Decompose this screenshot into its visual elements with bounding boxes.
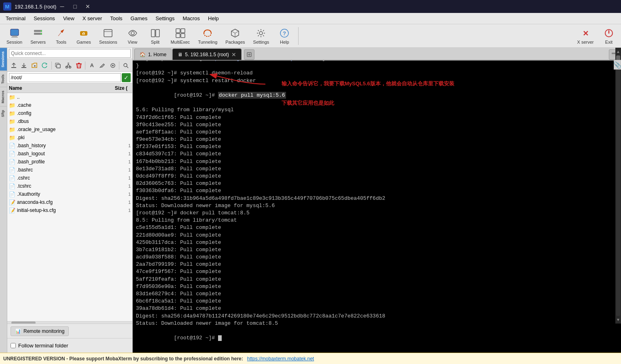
ft-cut-btn[interactable] xyxy=(64,61,73,70)
term-line: 3b7ca19181b2: Pull complete xyxy=(136,246,618,254)
servers-icon xyxy=(32,28,44,39)
term-line: f9ee573e34cb: Pull complete xyxy=(136,136,618,143)
terminal[interactable]: "registry-mirrors": ["https://9njzw80l.m… xyxy=(133,61,621,353)
toolbar-multiexec[interactable]: MultiExec xyxy=(167,26,193,46)
status-bar: UNREGISTERED VERSION - Please support Mo… xyxy=(0,353,621,364)
follow-terminal-checkbox[interactable] xyxy=(11,343,16,348)
list-item[interactable]: 📄 .Xauthority 1 xyxy=(7,190,132,198)
toolbar-xserver[interactable]: ✕ X server xyxy=(573,26,598,46)
toolbar-tunneling[interactable]: Tunneling xyxy=(195,26,220,46)
col-name-header: Name xyxy=(9,85,106,91)
list-item[interactable]: 📁 .cache xyxy=(7,101,132,109)
toolbar-session[interactable]: Session xyxy=(3,26,25,46)
file-name: .tcshrc xyxy=(17,183,123,189)
list-item[interactable]: 📄 .bash_profile 1 xyxy=(7,158,132,166)
toolbar-sessions[interactable]: Sessions xyxy=(96,26,121,46)
tab-close-button[interactable]: ✕ xyxy=(231,51,236,58)
list-item[interactable]: 📝 initial-setup-ks.cfg 1 xyxy=(7,206,132,214)
list-item[interactable]: 📁 .pki xyxy=(7,133,132,142)
list-item[interactable]: 📁 .dbus xyxy=(7,117,132,125)
toolbar: Session Servers Tools Games Sessions xyxy=(0,24,621,48)
term-line: 6bc6f18ca5a1: Pull complete xyxy=(136,298,618,305)
ft-rename-btn[interactable]: A xyxy=(87,61,97,70)
minimize-button[interactable]: ─ xyxy=(56,2,68,11)
close-button[interactable]: ✕ xyxy=(82,2,93,11)
tab-home[interactable]: 🏠 1. Home xyxy=(134,49,172,60)
term-line: 8e13de731ad8: Pull complete xyxy=(136,165,618,173)
list-item[interactable]: 📄 .bash_history 1 xyxy=(7,142,132,150)
app-icon: M xyxy=(3,2,11,11)
ssh-tab-icon: 🖥 xyxy=(178,52,182,57)
toolbar-packages[interactable]: Packages xyxy=(222,26,248,46)
clip-icon[interactable]: 📎 xyxy=(614,60,621,70)
menu-help[interactable]: Help xyxy=(204,14,223,23)
list-item[interactable]: 📄 .tcshrc 1 xyxy=(7,182,132,190)
file-size: 1 xyxy=(123,176,131,180)
path-input[interactable] xyxy=(9,73,121,82)
file-panel: A ✓ Name Size ( xyxy=(7,48,133,353)
ft-view-btn[interactable] xyxy=(108,61,118,70)
toolbar-split[interactable]: Split xyxy=(145,26,166,46)
toolbar-view[interactable]: View xyxy=(122,26,143,46)
svg-point-5 xyxy=(41,30,42,32)
menu-sessions[interactable]: Sessions xyxy=(30,14,59,23)
quick-connect-input[interactable] xyxy=(9,49,131,58)
toolbar-games[interactable]: Games xyxy=(73,26,94,46)
toolbar-tools[interactable]: Tools xyxy=(51,26,72,46)
scroll-down-btn[interactable]: ▼ xyxy=(616,317,620,322)
list-item[interactable]: 📁 .config xyxy=(7,109,132,117)
menu-terminal[interactable]: Terminal xyxy=(2,14,30,23)
tools-tab[interactable]: Tools xyxy=(0,71,7,87)
sessions-tab[interactable]: Sessions xyxy=(0,48,7,71)
maximize-button[interactable]: □ xyxy=(69,2,81,11)
quick-connect-bar xyxy=(7,48,132,59)
folder-icon: 📁 xyxy=(9,119,15,125)
menu-macros[interactable]: Macros xyxy=(178,14,204,23)
svg-rect-15 xyxy=(151,30,155,37)
follow-terminal-checkbox-label[interactable]: Follow terminal folder xyxy=(11,343,68,349)
add-tab-button[interactable] xyxy=(244,49,254,60)
menu-xserver[interactable]: X server xyxy=(78,14,106,23)
toolbar-settings[interactable]: Settings xyxy=(250,26,273,46)
ft-copy-btn[interactable] xyxy=(53,61,63,70)
ft-delete-btn[interactable] xyxy=(74,61,84,70)
file-item-dotdot[interactable]: 📁 .. xyxy=(7,93,132,101)
session-icon xyxy=(9,28,20,39)
file-toolbar: A xyxy=(7,59,132,72)
mobatek-link[interactable]: https://mobaxterm.mobatek.net xyxy=(247,356,314,362)
list-item[interactable]: 📝 anaconda-ks.cfg 1 xyxy=(7,198,132,206)
menu-tools[interactable]: Tools xyxy=(106,14,126,23)
menu-settings[interactable]: Settings xyxy=(152,14,179,23)
menu-games[interactable]: Games xyxy=(127,14,152,23)
toolbar-separator xyxy=(298,27,299,45)
ft-up-btn[interactable] xyxy=(9,61,19,70)
folder-icon: 📁 xyxy=(9,127,15,133)
ft-search-btn[interactable] xyxy=(121,61,131,70)
ft-edit-btn[interactable] xyxy=(97,61,107,70)
ft-refresh-btn[interactable] xyxy=(40,61,50,70)
file-name: .config xyxy=(17,110,123,116)
terminal-scrollbar[interactable]: ▲ ▼ xyxy=(615,48,621,324)
toolbar-exit[interactable]: Exit xyxy=(600,26,618,46)
ft-down-btn[interactable] xyxy=(19,61,29,70)
toolbar-servers[interactable]: Servers xyxy=(27,26,49,46)
macros-tab[interactable]: Macros xyxy=(0,87,7,107)
svg-line-46 xyxy=(127,66,128,68)
file-name: .cache xyxy=(17,102,123,108)
scroll-up-btn[interactable]: ▲ xyxy=(616,49,620,54)
menu-view[interactable]: View xyxy=(59,14,78,23)
list-item[interactable]: 📄 .bash_logout 1 xyxy=(7,150,132,158)
content-area: Sessions Tools Macros Sftp xyxy=(0,48,621,353)
list-item[interactable]: 📄 .cshrc 1 xyxy=(7,174,132,182)
tab-ssh[interactable]: 🖥 5. 192.168.1.5 (root) ✕ xyxy=(172,49,242,60)
path-ok-button[interactable]: ✓ xyxy=(122,73,131,82)
remote-monitoring-button[interactable]: 📊 Remote monitoring xyxy=(11,326,69,336)
status-text: UNREGISTERED VERSION - Please support Mo… xyxy=(3,356,314,362)
toolbar-help[interactable]: ? Help xyxy=(274,26,295,46)
list-item[interactable]: 📁 .oracle_jre_usage xyxy=(7,125,132,133)
ft-newdir-btn[interactable] xyxy=(30,61,39,70)
svg-rect-8 xyxy=(83,32,85,33)
file-name: .bash_logout xyxy=(17,151,123,157)
list-item[interactable]: 📄 .bashrc 1 xyxy=(7,166,132,174)
sftp-tab[interactable]: Sftp xyxy=(0,106,7,121)
